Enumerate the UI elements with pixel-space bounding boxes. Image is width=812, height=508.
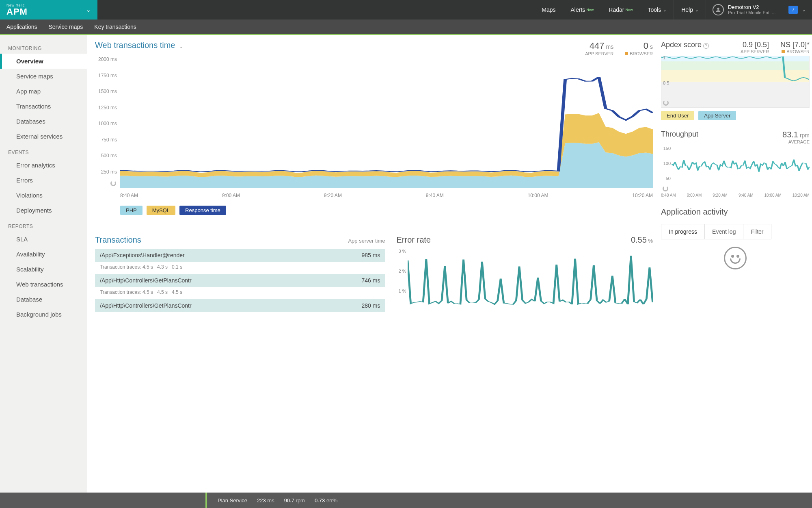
tab-event-log[interactable]: Event log — [705, 224, 743, 239]
subnav-key-transactions[interactable]: Key transactions — [94, 24, 136, 30]
sidebar-item-errors[interactable]: Errors — [0, 173, 87, 188]
apdex-app-server-metric: 0.9 [0.5] APP SERVER — [741, 41, 769, 54]
brand-big: APM — [6, 7, 28, 16]
metric-app-server: 447 ms APP SERVER — [585, 41, 613, 56]
subnav-applications[interactable]: Applications — [6, 24, 37, 30]
sidebar-item-error-analytics[interactable]: Error analytics — [0, 158, 87, 173]
footer-service[interactable]: Plan Service — [218, 497, 247, 504]
sidebar-item-databases[interactable]: Databases — [0, 114, 87, 129]
sidebar-section: MONITORING — [0, 40, 87, 54]
brand-small: New Relic — [6, 4, 28, 7]
sidebar-section: REPORTS — [0, 218, 87, 232]
activity-tabs: In progressEvent logFilter — [661, 224, 771, 239]
profile-menu[interactable]: Demotron V2Pro Trial / Mobile Ent. ... — [706, 0, 782, 20]
sidebar-item-app-map[interactable]: App map — [0, 84, 87, 99]
tab-filter[interactable]: Filter — [743, 224, 771, 239]
sidebar-item-web-transactions[interactable]: Web transactions — [0, 277, 87, 292]
transactions-subtitle: App server time — [348, 238, 385, 244]
chevron-down-icon: ⌄ — [179, 44, 183, 49]
sidebar-item-overview[interactable]: Overview — [0, 54, 87, 69]
throughput-chart[interactable]: 150 100 50 — [661, 146, 810, 191]
web-transactions-chart[interactable]: 2000 ms1750 ms1500 ms1250 ms1000 ms750 m… — [95, 59, 653, 203]
loading-icon — [663, 186, 668, 191]
apdex-browser-metric: NS [7.0]* BROWSER — [780, 41, 810, 54]
loading-icon — [110, 180, 116, 186]
footer-bar: Plan Service 223 ms90.7 rpm0.73 err% — [0, 493, 812, 507]
brand-selector[interactable]: New Relic APM ⌄ — [0, 0, 97, 20]
sidebar-item-transactions[interactable]: Transactions — [0, 99, 87, 114]
transaction-traces: Transaction traces: 4.5 s4.5 s4.5 s — [95, 288, 385, 299]
nav-maps[interactable]: Maps — [534, 0, 563, 20]
nav-help[interactable]: Help⌄ — [674, 0, 706, 20]
error-rate-title: Error rate — [396, 235, 430, 245]
smiley-icon — [724, 247, 747, 269]
tab-in-progress[interactable]: In progress — [661, 224, 705, 239]
nav-alerts[interactable]: AlertsNew — [563, 0, 601, 20]
transactions-title[interactable]: Transactions — [95, 235, 141, 245]
transaction-row[interactable]: /App\Http\Controllers\GetPlansContr280 m… — [95, 299, 385, 312]
apdex-chart[interactable]: 1 0.5 — [661, 56, 810, 108]
main-chart-title-dropdown[interactable]: Web transactions time ⌄ — [95, 41, 183, 50]
sidebar-item-scalability[interactable]: Scalability — [0, 262, 87, 277]
avatar-icon — [713, 4, 724, 15]
transaction-traces: Transaction traces: 4.5 s4.3 s0.1 s — [95, 263, 385, 274]
metric-browser: 0 s BROWSER — [625, 41, 653, 56]
sidebar-item-service-maps[interactable]: Service maps — [0, 69, 87, 84]
legend-chip[interactable]: App Server — [698, 111, 736, 120]
sidebar-item-deployments[interactable]: Deployments — [0, 203, 87, 218]
svg-point-0 — [717, 8, 719, 10]
subnav-service-maps[interactable]: Service maps — [49, 24, 83, 30]
footer-stat: 223 ms — [257, 497, 274, 504]
throughput-metric: 83.1 rpm AVERAGE — [782, 130, 810, 144]
footer-stat: 90.7 rpm — [284, 497, 305, 504]
sub-nav: ApplicationsService mapsKey transactions — [0, 20, 812, 35]
nav-tools[interactable]: Tools⌄ — [640, 0, 674, 20]
main-chart-header: Web transactions time ⌄ 447 ms APP SERVE… — [95, 41, 653, 56]
legend-chip[interactable]: PHP — [120, 206, 143, 215]
sidebar-item-sla[interactable]: SLA — [0, 232, 87, 247]
nav-radar[interactable]: RadarNew — [601, 0, 640, 20]
sidebar-item-violations[interactable]: Violations — [0, 188, 87, 203]
help-icon[interactable]: ? — [703, 43, 709, 49]
footer-stat: 0.73 err% — [315, 497, 337, 504]
transaction-row[interactable]: /App\Exceptions\Handler@render985 ms — [95, 249, 385, 262]
throughput-title: Throughput — [661, 130, 698, 139]
error-rate-chart[interactable]: 3 % 2 % 1 % — [396, 249, 653, 309]
legend-chip[interactable]: Response time — [179, 206, 226, 215]
transaction-row[interactable]: /App\Http\Controllers\GetPlansContr746 m… — [95, 274, 385, 287]
legend-chip[interactable]: End User — [661, 111, 694, 120]
sidebar: MONITORINGOverviewService mapsApp mapTra… — [0, 35, 87, 507]
chevron-down-icon: ⌄ — [86, 7, 91, 13]
top-nav: New Relic APM ⌄ MapsAlertsNewRadarNewToo… — [0, 0, 812, 20]
sidebar-item-external-services[interactable]: External services — [0, 129, 87, 144]
sidebar-item-database[interactable]: Database — [0, 292, 87, 307]
activity-title: Application activity — [661, 207, 810, 217]
apdex-title: Apdex score? — [661, 41, 709, 49]
main-chart-legend: PHPMySQLResponse time — [95, 203, 653, 225]
legend-chip[interactable]: MySQL — [147, 206, 175, 215]
loading-icon — [663, 100, 669, 106]
notification-badge[interactable]: 7⌄ — [782, 0, 812, 20]
sidebar-item-background-jobs[interactable]: Background jobs — [0, 307, 87, 322]
sidebar-item-availability[interactable]: Availability — [0, 247, 87, 262]
sidebar-section: EVENTS — [0, 144, 87, 158]
